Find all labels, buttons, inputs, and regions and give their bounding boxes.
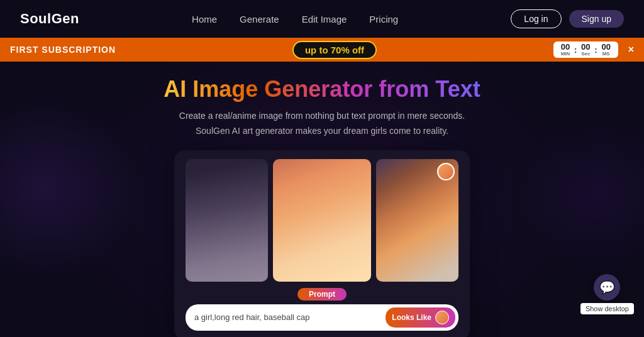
nav-pricing[interactable]: Pricing: [369, 14, 398, 25]
looks-like-avatar: [435, 311, 449, 324]
nav-edit-image[interactable]: Edit Image: [302, 14, 347, 25]
image-slot-left: [186, 159, 268, 282]
promo-badge-text: up to 70% off: [305, 45, 364, 55]
login-button[interactable]: Log in: [511, 9, 561, 28]
show-desktop-button[interactable]: Show desktop: [580, 303, 634, 314]
chat-icon: 💬: [599, 280, 615, 295]
prompt-label: Prompt: [297, 288, 347, 301]
prompt-bar: a girl,long red hair, baseball cap Looks…: [186, 304, 458, 331]
image-slot-right: [376, 159, 458, 282]
prompt-label-row: Prompt: [186, 288, 458, 301]
showcase-card: Prompt a girl,long red hair, baseball ca…: [174, 150, 470, 337]
nav-links: Home Generate Edit Image Pricing: [192, 14, 398, 25]
promo-label: FIRST SUBSCRIPTION: [10, 45, 116, 55]
timer-min: 00: [561, 43, 570, 51]
timer-min-block: 00 MIN: [558, 43, 572, 57]
nav-generate[interactable]: Generate: [240, 14, 279, 25]
looks-like-label: Looks Like: [392, 313, 431, 322]
timer-min-label: MIN: [561, 51, 570, 57]
prompt-input-text: a girl,long red hair, baseball cap: [194, 312, 380, 322]
showcase-images: [186, 159, 458, 282]
promo-badge: up to 70% off: [292, 41, 377, 59]
navbar-actions: Log in Sign up: [511, 9, 624, 28]
timer-sec-label: Sec: [581, 51, 590, 57]
timer-sep1: :: [574, 45, 577, 55]
image-right: [376, 159, 458, 282]
timer-ms: 00: [601, 43, 610, 51]
avatar-badge: [437, 163, 455, 180]
promo-timer: 00 MIN : 00 Sec : 00 MS: [553, 41, 618, 58]
timer-ms-label: MS: [602, 51, 610, 57]
hero-title: AI Image Generator from Text: [164, 75, 480, 102]
promo-banner: FIRST SUBSCRIPTION up to 70% off 00 MIN …: [0, 38, 644, 62]
nav-home[interactable]: Home: [192, 14, 217, 25]
chat-bubble-button[interactable]: 💬: [594, 274, 620, 301]
timer-ms-block: 00 MS: [599, 43, 613, 57]
chat-widget: 💬 Show desktop: [580, 274, 634, 314]
hero-subtitle: Create a real/anime image from nothing b…: [179, 109, 465, 139]
timer-sec: 00: [581, 43, 590, 51]
image-left: [186, 159, 268, 282]
timer-sec-block: 00 Sec: [579, 43, 592, 57]
navbar: SoulGen Home Generate Edit Image Pricing…: [0, 0, 644, 38]
promo-close-button[interactable]: ×: [628, 44, 634, 55]
looks-like-button[interactable]: Looks Like: [386, 307, 455, 328]
image-slot-center: [273, 159, 372, 282]
hero-sub-line2: SoulGen AI art generator makes your drea…: [196, 126, 448, 136]
hero-section: AI Image Generator from Text Create a re…: [0, 62, 644, 337]
hero-sub-line1: Create a real/anime image from nothing b…: [179, 111, 465, 121]
brand-logo[interactable]: SoulGen: [20, 11, 79, 27]
promo-center: up to 70% off: [116, 41, 553, 59]
timer-sep2: :: [594, 45, 597, 55]
signup-button[interactable]: Sign up: [569, 10, 624, 28]
image-center: [273, 159, 372, 282]
